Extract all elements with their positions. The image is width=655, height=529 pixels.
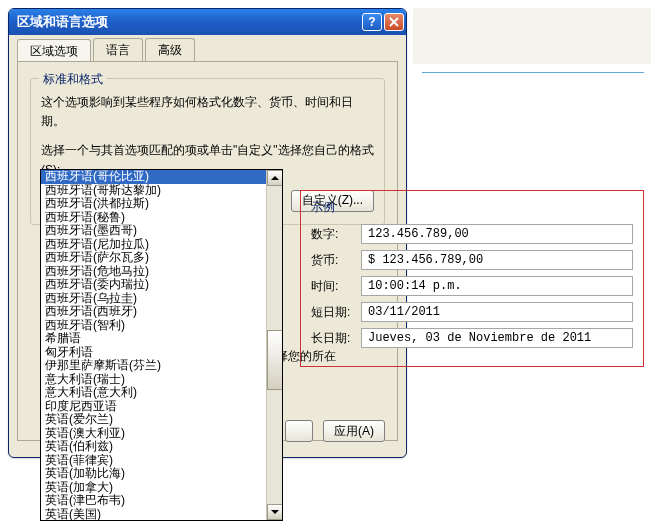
example-shortdate-label: 短日期:	[311, 304, 361, 321]
tab-regional[interactable]: 区域选项	[17, 39, 91, 62]
dropdown-item[interactable]: 西班牙语(西班牙)	[41, 305, 282, 319]
dropdown-item[interactable]: 英语(伯利兹)	[41, 440, 282, 454]
tab-strip: 区域选项 语言 高级	[9, 35, 406, 61]
dropdown-item[interactable]: 西班牙语(哥斯达黎加)	[41, 184, 282, 198]
example-currency-label: 货币:	[311, 252, 361, 269]
dropdown-scrollbar[interactable]	[266, 170, 282, 520]
background-divider	[422, 72, 644, 73]
dropdown-item[interactable]: 英语(菲律宾)	[41, 454, 282, 468]
example-time-label: 时间:	[311, 278, 361, 295]
example-currency-value: $ 123.456.789,00	[361, 250, 633, 270]
example-shortdate-value: 03/11/2011	[361, 302, 633, 322]
dropdown-item[interactable]: 英语(津巴布韦)	[41, 494, 282, 508]
dropdown-item[interactable]: 印度尼西亚语	[41, 400, 282, 414]
close-button[interactable]	[384, 13, 404, 31]
dropdown-item[interactable]: 西班牙语(萨尔瓦多)	[41, 251, 282, 265]
apply-button[interactable]: 应用(A)	[323, 420, 385, 442]
scroll-down-button[interactable]	[267, 504, 283, 520]
dropdown-item[interactable]: 西班牙语(哥伦比亚)	[41, 170, 282, 184]
dialog-buttons: 应用(A)	[285, 420, 385, 442]
examples-highlight: 示例 数字: 123.456.789,00 货币: $ 123.456.789,…	[300, 190, 644, 367]
titlebar: 区域和语言选项 ?	[9, 9, 406, 35]
window-title: 区域和语言选项	[17, 13, 360, 31]
dropdown-item[interactable]: 西班牙语(尼加拉瓜)	[41, 238, 282, 252]
example-number-label: 数字:	[311, 226, 361, 243]
tab-languages[interactable]: 语言	[93, 38, 143, 61]
dropdown-item[interactable]: 意大利语(意大利)	[41, 386, 282, 400]
background-panel	[413, 8, 651, 64]
examples-legend: 示例	[311, 199, 633, 216]
dropdown-item[interactable]: 西班牙语(洪都拉斯)	[41, 197, 282, 211]
dropdown-item[interactable]: 英语(加勒比海)	[41, 467, 282, 481]
dropdown-item[interactable]: 希腊语	[41, 332, 282, 346]
dropdown-item[interactable]: 英语(爱尔兰)	[41, 413, 282, 427]
location-label-fragment: 择您的所在	[276, 348, 336, 365]
dropdown-item[interactable]: 西班牙语(危地马拉)	[41, 265, 282, 279]
formats-legend: 标准和格式	[39, 71, 107, 88]
dropdown-item[interactable]: 西班牙语(秘鲁)	[41, 211, 282, 225]
locale-dropdown-list[interactable]: 西班牙语(哥伦比亚)西班牙语(哥斯达黎加)西班牙语(洪都拉斯)西班牙语(秘鲁)西…	[40, 169, 283, 521]
dropdown-item[interactable]: 西班牙语(乌拉圭)	[41, 292, 282, 306]
scroll-thumb[interactable]	[267, 330, 283, 390]
dropdown-item[interactable]: 西班牙语(墨西哥)	[41, 224, 282, 238]
example-longdate-label: 长日期:	[311, 330, 361, 347]
example-time-value: 10:00:14 p.m.	[361, 276, 633, 296]
dropdown-item[interactable]: 意大利语(瑞士)	[41, 373, 282, 387]
example-number-value: 123.456.789,00	[361, 224, 633, 244]
dropdown-item[interactable]: 西班牙语(智利)	[41, 319, 282, 333]
dropdown-item[interactable]: 匈牙利语	[41, 346, 282, 360]
example-longdate-value: Jueves, 03 de Noviembre de 2011	[361, 328, 633, 348]
dropdown-item[interactable]: 西班牙语(委内瑞拉)	[41, 278, 282, 292]
ok-or-cancel-button[interactable]	[285, 420, 313, 442]
dropdown-item[interactable]: 英语(加拿大)	[41, 481, 282, 495]
dropdown-item[interactable]: 英语(美国)	[41, 508, 282, 521]
formats-description: 这个选项影响到某些程序如何格式化数字、货币、时间和日期。	[41, 93, 374, 131]
tab-advanced[interactable]: 高级	[145, 38, 195, 61]
help-button[interactable]: ?	[362, 13, 382, 31]
dropdown-item[interactable]: 伊那里萨摩斯语(芬兰)	[41, 359, 282, 373]
apply-button-label: 应用(A)	[334, 423, 374, 440]
dropdown-item[interactable]: 英语(澳大利亚)	[41, 427, 282, 441]
scroll-up-button[interactable]	[267, 170, 283, 186]
